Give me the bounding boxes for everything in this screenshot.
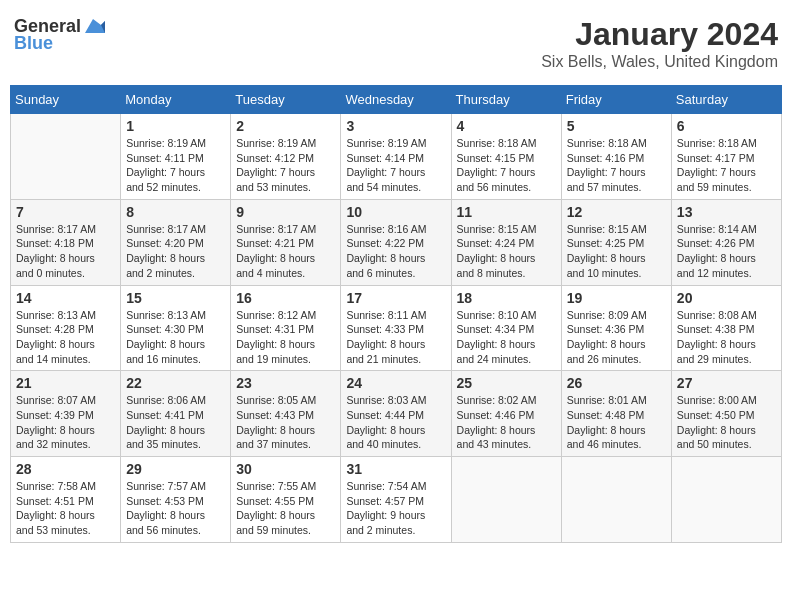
calendar-cell: 25Sunrise: 8:02 AM Sunset: 4:46 PM Dayli… bbox=[451, 371, 561, 457]
calendar-cell: 28Sunrise: 7:58 AM Sunset: 4:51 PM Dayli… bbox=[11, 457, 121, 543]
day-info: Sunrise: 8:17 AM Sunset: 4:21 PM Dayligh… bbox=[236, 222, 335, 281]
day-info: Sunrise: 7:54 AM Sunset: 4:57 PM Dayligh… bbox=[346, 479, 445, 538]
day-number: 16 bbox=[236, 290, 335, 306]
day-info: Sunrise: 7:55 AM Sunset: 4:55 PM Dayligh… bbox=[236, 479, 335, 538]
weekday-header-saturday: Saturday bbox=[671, 86, 781, 114]
calendar-cell bbox=[561, 457, 671, 543]
day-number: 2 bbox=[236, 118, 335, 134]
day-info: Sunrise: 8:00 AM Sunset: 4:50 PM Dayligh… bbox=[677, 393, 776, 452]
calendar-cell: 9Sunrise: 8:17 AM Sunset: 4:21 PM Daylig… bbox=[231, 199, 341, 285]
day-info: Sunrise: 8:02 AM Sunset: 4:46 PM Dayligh… bbox=[457, 393, 556, 452]
weekday-header-friday: Friday bbox=[561, 86, 671, 114]
day-number: 10 bbox=[346, 204, 445, 220]
day-info: Sunrise: 8:07 AM Sunset: 4:39 PM Dayligh… bbox=[16, 393, 115, 452]
day-number: 19 bbox=[567, 290, 666, 306]
day-info: Sunrise: 8:09 AM Sunset: 4:36 PM Dayligh… bbox=[567, 308, 666, 367]
calendar-cell: 8Sunrise: 8:17 AM Sunset: 4:20 PM Daylig… bbox=[121, 199, 231, 285]
day-info: Sunrise: 8:19 AM Sunset: 4:11 PM Dayligh… bbox=[126, 136, 225, 195]
location-title: Six Bells, Wales, United Kingdom bbox=[541, 53, 778, 71]
day-number: 1 bbox=[126, 118, 225, 134]
day-number: 5 bbox=[567, 118, 666, 134]
day-info: Sunrise: 8:03 AM Sunset: 4:44 PM Dayligh… bbox=[346, 393, 445, 452]
calendar-cell: 22Sunrise: 8:06 AM Sunset: 4:41 PM Dayli… bbox=[121, 371, 231, 457]
calendar-cell: 30Sunrise: 7:55 AM Sunset: 4:55 PM Dayli… bbox=[231, 457, 341, 543]
weekday-header-wednesday: Wednesday bbox=[341, 86, 451, 114]
calendar-cell: 23Sunrise: 8:05 AM Sunset: 4:43 PM Dayli… bbox=[231, 371, 341, 457]
calendar-cell: 15Sunrise: 8:13 AM Sunset: 4:30 PM Dayli… bbox=[121, 285, 231, 371]
day-info: Sunrise: 8:13 AM Sunset: 4:30 PM Dayligh… bbox=[126, 308, 225, 367]
page-header: General Blue January 2024 Six Bells, Wal… bbox=[10, 10, 782, 77]
day-info: Sunrise: 8:06 AM Sunset: 4:41 PM Dayligh… bbox=[126, 393, 225, 452]
day-number: 15 bbox=[126, 290, 225, 306]
day-number: 4 bbox=[457, 118, 556, 134]
calendar-cell: 31Sunrise: 7:54 AM Sunset: 4:57 PM Dayli… bbox=[341, 457, 451, 543]
calendar-week-row: 1Sunrise: 8:19 AM Sunset: 4:11 PM Daylig… bbox=[11, 114, 782, 200]
day-number: 28 bbox=[16, 461, 115, 477]
calendar-cell: 17Sunrise: 8:11 AM Sunset: 4:33 PM Dayli… bbox=[341, 285, 451, 371]
day-number: 9 bbox=[236, 204, 335, 220]
calendar-cell: 26Sunrise: 8:01 AM Sunset: 4:48 PM Dayli… bbox=[561, 371, 671, 457]
title-area: January 2024 Six Bells, Wales, United Ki… bbox=[541, 16, 778, 71]
day-number: 22 bbox=[126, 375, 225, 391]
logo: General Blue bbox=[14, 16, 105, 54]
calendar-cell bbox=[671, 457, 781, 543]
calendar-week-row: 28Sunrise: 7:58 AM Sunset: 4:51 PM Dayli… bbox=[11, 457, 782, 543]
day-info: Sunrise: 8:19 AM Sunset: 4:14 PM Dayligh… bbox=[346, 136, 445, 195]
day-info: Sunrise: 8:16 AM Sunset: 4:22 PM Dayligh… bbox=[346, 222, 445, 281]
day-number: 14 bbox=[16, 290, 115, 306]
calendar-week-row: 21Sunrise: 8:07 AM Sunset: 4:39 PM Dayli… bbox=[11, 371, 782, 457]
weekday-header-monday: Monday bbox=[121, 86, 231, 114]
weekday-header-row: SundayMondayTuesdayWednesdayThursdayFrid… bbox=[11, 86, 782, 114]
day-number: 13 bbox=[677, 204, 776, 220]
day-info: Sunrise: 8:12 AM Sunset: 4:31 PM Dayligh… bbox=[236, 308, 335, 367]
calendar-week-row: 14Sunrise: 8:13 AM Sunset: 4:28 PM Dayli… bbox=[11, 285, 782, 371]
day-info: Sunrise: 8:13 AM Sunset: 4:28 PM Dayligh… bbox=[16, 308, 115, 367]
day-number: 27 bbox=[677, 375, 776, 391]
weekday-header-tuesday: Tuesday bbox=[231, 86, 341, 114]
day-info: Sunrise: 8:08 AM Sunset: 4:38 PM Dayligh… bbox=[677, 308, 776, 367]
day-info: Sunrise: 8:15 AM Sunset: 4:25 PM Dayligh… bbox=[567, 222, 666, 281]
day-info: Sunrise: 8:18 AM Sunset: 4:15 PM Dayligh… bbox=[457, 136, 556, 195]
day-number: 7 bbox=[16, 204, 115, 220]
calendar-cell: 19Sunrise: 8:09 AM Sunset: 4:36 PM Dayli… bbox=[561, 285, 671, 371]
logo-icon bbox=[83, 17, 105, 35]
day-number: 6 bbox=[677, 118, 776, 134]
day-info: Sunrise: 8:10 AM Sunset: 4:34 PM Dayligh… bbox=[457, 308, 556, 367]
day-number: 23 bbox=[236, 375, 335, 391]
weekday-header-sunday: Sunday bbox=[11, 86, 121, 114]
day-info: Sunrise: 8:14 AM Sunset: 4:26 PM Dayligh… bbox=[677, 222, 776, 281]
day-info: Sunrise: 8:15 AM Sunset: 4:24 PM Dayligh… bbox=[457, 222, 556, 281]
calendar-cell: 3Sunrise: 8:19 AM Sunset: 4:14 PM Daylig… bbox=[341, 114, 451, 200]
day-number: 21 bbox=[16, 375, 115, 391]
calendar-cell: 1Sunrise: 8:19 AM Sunset: 4:11 PM Daylig… bbox=[121, 114, 231, 200]
day-info: Sunrise: 8:17 AM Sunset: 4:20 PM Dayligh… bbox=[126, 222, 225, 281]
day-number: 3 bbox=[346, 118, 445, 134]
day-info: Sunrise: 7:58 AM Sunset: 4:51 PM Dayligh… bbox=[16, 479, 115, 538]
calendar-cell: 2Sunrise: 8:19 AM Sunset: 4:12 PM Daylig… bbox=[231, 114, 341, 200]
calendar-cell: 12Sunrise: 8:15 AM Sunset: 4:25 PM Dayli… bbox=[561, 199, 671, 285]
calendar-cell: 18Sunrise: 8:10 AM Sunset: 4:34 PM Dayli… bbox=[451, 285, 561, 371]
calendar-cell: 13Sunrise: 8:14 AM Sunset: 4:26 PM Dayli… bbox=[671, 199, 781, 285]
day-info: Sunrise: 8:05 AM Sunset: 4:43 PM Dayligh… bbox=[236, 393, 335, 452]
day-number: 25 bbox=[457, 375, 556, 391]
day-number: 26 bbox=[567, 375, 666, 391]
day-number: 18 bbox=[457, 290, 556, 306]
day-number: 8 bbox=[126, 204, 225, 220]
calendar-cell: 11Sunrise: 8:15 AM Sunset: 4:24 PM Dayli… bbox=[451, 199, 561, 285]
day-number: 17 bbox=[346, 290, 445, 306]
calendar-cell: 29Sunrise: 7:57 AM Sunset: 4:53 PM Dayli… bbox=[121, 457, 231, 543]
calendar-cell: 14Sunrise: 8:13 AM Sunset: 4:28 PM Dayli… bbox=[11, 285, 121, 371]
day-info: Sunrise: 7:57 AM Sunset: 4:53 PM Dayligh… bbox=[126, 479, 225, 538]
day-number: 24 bbox=[346, 375, 445, 391]
calendar-cell: 7Sunrise: 8:17 AM Sunset: 4:18 PM Daylig… bbox=[11, 199, 121, 285]
calendar-cell bbox=[451, 457, 561, 543]
day-number: 20 bbox=[677, 290, 776, 306]
day-info: Sunrise: 8:01 AM Sunset: 4:48 PM Dayligh… bbox=[567, 393, 666, 452]
calendar-cell: 20Sunrise: 8:08 AM Sunset: 4:38 PM Dayli… bbox=[671, 285, 781, 371]
calendar-week-row: 7Sunrise: 8:17 AM Sunset: 4:18 PM Daylig… bbox=[11, 199, 782, 285]
day-info: Sunrise: 8:17 AM Sunset: 4:18 PM Dayligh… bbox=[16, 222, 115, 281]
calendar-cell: 10Sunrise: 8:16 AM Sunset: 4:22 PM Dayli… bbox=[341, 199, 451, 285]
weekday-header-thursday: Thursday bbox=[451, 86, 561, 114]
logo-blue-text: Blue bbox=[14, 33, 53, 54]
calendar-table: SundayMondayTuesdayWednesdayThursdayFrid… bbox=[10, 85, 782, 543]
